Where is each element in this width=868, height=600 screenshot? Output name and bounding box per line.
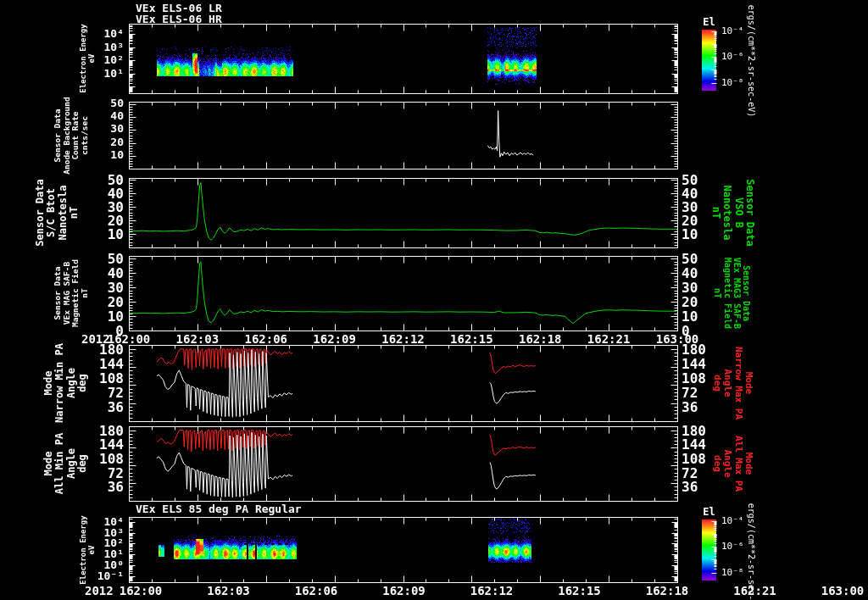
y-tick-label: 10² bbox=[104, 53, 124, 66]
colorbar-tick-label: 10⁻⁶ bbox=[721, 51, 744, 62]
colorbar-title-bottom: El bbox=[702, 506, 716, 518]
y-tick-label: 50 bbox=[108, 251, 124, 267]
y-tick-label-right: 72 bbox=[682, 465, 698, 481]
y-tick-label: 36 bbox=[108, 399, 124, 415]
y-tick-label-right: 50 bbox=[682, 251, 698, 267]
axis-label-right-narrow_pa: Mode Narrow Max PA Angle deg bbox=[711, 347, 753, 419]
y-tick-label: 10³ bbox=[104, 41, 124, 53]
y-tick-label: 72 bbox=[108, 385, 124, 401]
y-tick-label-right: 36 bbox=[682, 399, 698, 415]
y-tick-label: 108 bbox=[99, 451, 124, 467]
time-tick-label-bottom: 162:09 bbox=[379, 584, 430, 597]
time-tick-label-middle: 162:03 bbox=[172, 332, 223, 346]
time-tick-label-middle: 162:00 bbox=[103, 332, 154, 346]
y-tick-label: 50 bbox=[110, 97, 124, 109]
axis-label-right-mag_saf_b: Sensor Data VEx MAG3 SAF-B Magnetic Fiel… bbox=[714, 258, 752, 329]
y-tick-label: 36 bbox=[108, 479, 124, 495]
y-tick-label: 40 bbox=[108, 265, 124, 281]
y-tick-label: 72 bbox=[108, 465, 124, 481]
y-tick-label-right: 72 bbox=[682, 385, 698, 401]
axis-label-all_pa: Mode All Min PA Angle deg bbox=[43, 433, 89, 494]
y-tick-label-right: 10 bbox=[682, 308, 698, 325]
y-tick-label: 10 bbox=[108, 308, 124, 325]
time-tick-label-middle: 162:15 bbox=[446, 332, 497, 346]
time-tick-label-bottom: 162:00 bbox=[115, 584, 166, 597]
colorbar-title-top: El bbox=[702, 16, 716, 28]
y-tick-label: 144 bbox=[99, 356, 124, 372]
time-tick-label-bottom: 162:15 bbox=[554, 584, 605, 597]
y-tick-label: 10¹ bbox=[104, 67, 124, 80]
time-tick-label-middle: 162:21 bbox=[583, 332, 634, 346]
year-label-bottom: 2012 bbox=[85, 584, 114, 597]
axis-label-narrow_pa: Mode Narrow Min PA Angle deg bbox=[43, 343, 89, 423]
y-tick-label-right: 40 bbox=[682, 265, 698, 281]
y-tick-label: 20 bbox=[110, 136, 124, 148]
y-tick-label: 10 bbox=[110, 148, 124, 161]
y-tick-label: 108 bbox=[99, 370, 124, 386]
y-tick-label-right: 36 bbox=[682, 479, 698, 495]
time-tick-label-bottom: 163:00 bbox=[817, 584, 868, 597]
y-tick-label: 10⁻¹ bbox=[97, 569, 124, 582]
time-tick-label-middle: 162:09 bbox=[309, 332, 360, 346]
y-tick-label-right: 108 bbox=[682, 370, 706, 386]
y-tick-label: 50 bbox=[108, 172, 124, 188]
y-tick-label: 144 bbox=[99, 436, 124, 453]
colorbar-tick-label: 10⁻⁶ bbox=[721, 541, 744, 552]
y-tick-label-right: 144 bbox=[682, 436, 706, 453]
colorbar-tick-label: 10⁻⁸ bbox=[721, 567, 744, 578]
time-tick-label-bottom: 162:03 bbox=[203, 584, 254, 597]
time-tick-label-middle: 162:18 bbox=[515, 332, 565, 346]
colorbar-tick-label: 10⁻⁸ bbox=[721, 77, 744, 88]
y-tick-label-right: 144 bbox=[682, 356, 706, 372]
y-tick-label: 30 bbox=[110, 122, 124, 135]
time-tick-label-bottom: 162:06 bbox=[291, 584, 342, 597]
y-tick-label: 10⁴ bbox=[104, 27, 124, 40]
plot-root: VEx ELS-06 LR VEx ELS-06 HR VEx ELS 85 d… bbox=[0, 0, 868, 600]
y-tick-label-right: 50 bbox=[682, 172, 698, 188]
time-tick-label-bottom: 162:12 bbox=[466, 584, 517, 597]
time-tick-label-bottom: 162:18 bbox=[642, 584, 693, 597]
y-tick-label: 20 bbox=[108, 294, 124, 310]
y-tick-label-right: 108 bbox=[682, 451, 706, 467]
axis-label-right-sc_btot: Sensor Data VSO B Nanotesla nT bbox=[709, 179, 755, 246]
y-tick-label: 40 bbox=[110, 109, 124, 122]
panel-title-els-hr: VEx ELS-06 HR bbox=[136, 13, 222, 25]
y-tick-label-right: 20 bbox=[682, 294, 698, 310]
axis-label-mag_saf_b: Sensor Data VEx MAG SAF-B Magnetic Field… bbox=[53, 259, 90, 327]
time-tick-label-middle: 163:00 bbox=[652, 332, 703, 346]
y-tick-label-right: 30 bbox=[682, 280, 698, 296]
axis-label-els_spectrogram_top: Electron Energy eV bbox=[79, 24, 96, 92]
flux-unit-label-top: ergs/(cm**2-sr-sec-eV) bbox=[746, 5, 755, 117]
colorbar-tick-label: 10⁻⁴ bbox=[721, 515, 744, 526]
panel-title-els-85deg: VEx ELS 85 deg PA Regular bbox=[136, 503, 302, 515]
y-tick-label: 180 bbox=[99, 423, 124, 439]
axis-label-sc_btot: Sensor Data S/C Btot Nanotesla nT bbox=[35, 179, 81, 246]
axis-label-anode_background: Sensor Data Anode Background Count Rate … bbox=[53, 97, 90, 175]
axis-label-right-all_pa: Mode All Max PA Angle deg bbox=[711, 436, 753, 492]
time-tick-label-bottom: 162:21 bbox=[730, 584, 781, 597]
time-tick-label-middle: 162:06 bbox=[241, 332, 292, 346]
colorbar-tick-label: 10⁻⁴ bbox=[721, 25, 744, 36]
y-tick-label: 30 bbox=[108, 280, 124, 296]
y-tick-label-right: 180 bbox=[682, 423, 706, 439]
time-tick-label-middle: 162:12 bbox=[378, 332, 429, 346]
axis-label-els_spectrogram_85deg: Electron Energy eV bbox=[79, 515, 96, 584]
